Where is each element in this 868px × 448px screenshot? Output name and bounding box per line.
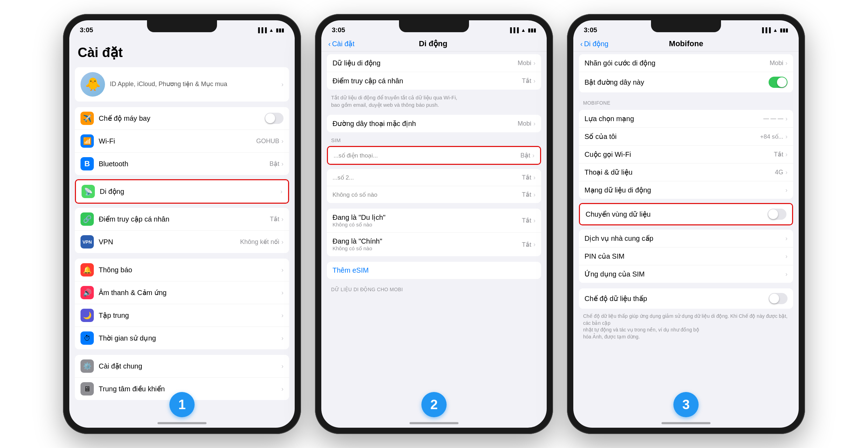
nav-title-3: Mobifone	[608, 39, 764, 48]
enable-line-toggle[interactable]	[769, 77, 788, 88]
add-esim-item[interactable]: Thêm eSIM	[327, 262, 541, 279]
wifi-value: GOHUB	[256, 138, 279, 145]
chinh-item[interactable]: Đang là "Chính" Không có số nào Tắt ›	[327, 233, 541, 256]
di-dong-group-wrapper: 📡 Di động ›	[75, 179, 289, 204]
notifications-item[interactable]: 🔔 Thông báo ›	[75, 259, 289, 281]
focus-item[interactable]: 🌙 Tập trung ›	[75, 304, 289, 327]
airplane-toggle[interactable]	[265, 113, 284, 124]
chinh-info: Đang là "Chính" Không có số nào	[332, 237, 522, 252]
general-icon: ⚙️	[80, 359, 94, 373]
hotspot-item[interactable]: 🔗 Điểm truy cập cá nhân Tắt ›	[75, 208, 289, 231]
home-indicator-1	[158, 422, 206, 424]
wifi-calling-item[interactable]: Cuộc gọi Wi-Fi Tắt ›	[579, 146, 793, 163]
voice-data-item[interactable]: Thoại & dữ liệu 4G ›	[579, 163, 793, 181]
sim-number-label: ...số điện thoại...	[334, 152, 520, 159]
sim-batt-chevron: ›	[532, 152, 534, 159]
profile-emoji: 🐥	[85, 77, 101, 92]
mobile-data-label: Dữ liệu di động	[332, 59, 518, 67]
network-select-item[interactable]: Lựa chọn mạng — — — ›	[579, 110, 793, 128]
vpn-item[interactable]: VPN VPN Không kết nối ›	[75, 231, 289, 253]
general-label: Cài đặt chung	[99, 362, 281, 370]
home-indicator-2	[410, 422, 458, 424]
mobile-network-item[interactable]: Mạng dữ liệu di động ›	[579, 181, 793, 199]
hotspot-item-2[interactable]: Điểm truy cập cá nhân Tắt ›	[327, 72, 541, 90]
control-center-label: Trung tâm điều khiển	[99, 385, 281, 393]
profile-info: ID Apple, iCloud, Phương tiện & Mục mua	[110, 80, 281, 89]
step-badge-2: 2	[421, 392, 447, 417]
sim-item-2[interactable]: ...số 2... Tắt ›	[327, 169, 541, 186]
sounds-item[interactable]: 🔊 Âm thanh & Cảm ứng ›	[75, 281, 289, 304]
di-dong-highlight: 📡 Di động ›	[75, 179, 289, 204]
add-esim-label: Thêm eSIM	[332, 266, 369, 274]
package-chevron: ›	[785, 59, 788, 67]
package-label: Nhãn gói cước di động	[584, 59, 770, 67]
dulich-sub: Không có số nào	[332, 222, 522, 228]
wifi-icon: ▲	[269, 27, 274, 33]
profile-text: ID Apple, iCloud, Phương tiện & Mục mua	[110, 80, 281, 89]
enable-line-item[interactable]: Bật đường dây này	[579, 72, 793, 92]
wifi-item[interactable]: 📶 Wi-Fi GOHUB ›	[75, 130, 289, 153]
sounds-chevron: ›	[281, 289, 284, 296]
di-dong-icon: 📡	[82, 185, 95, 198]
dulich-chinh-group: Đang là "Du lịch" Không có số nào Tắt › …	[327, 209, 541, 256]
default-line-item[interactable]: Đường dây thoại mặc định Mobi ›	[327, 115, 541, 132]
roaming-toggle[interactable]	[768, 209, 786, 220]
phone-1-screen: 3:05 ▐▐▐ ▲ ▮▮▮ Cài đặt 🐥 ID Apple, iClou…	[69, 20, 295, 428]
my-number-item[interactable]: Số của tôi +84 số... ›	[579, 128, 793, 146]
sim-chevron-2: ›	[533, 174, 536, 181]
notifications-label: Thông báo	[99, 266, 281, 274]
package-label-item[interactable]: Nhãn gói cước di động Mobi ›	[579, 54, 793, 72]
vpn-value: Không kết nối	[240, 238, 279, 246]
profile-chevron: ›	[281, 81, 284, 88]
battery-icon-3: ▮▮▮	[780, 27, 788, 33]
dulich-item[interactable]: Đang là "Du lịch" Không có số nào Tắt ›	[327, 209, 541, 233]
sim-apps-item[interactable]: Ứng dụng của SIM ›	[579, 265, 793, 283]
back-button-3[interactable]: ‹ Di động	[580, 40, 608, 48]
low-data-toggle[interactable]	[769, 293, 788, 304]
wifi-icon-2: ▲	[521, 27, 526, 33]
settings-title: Cài đặt	[69, 38, 295, 64]
status-time-2: 3:05	[332, 26, 345, 34]
roaming-item[interactable]: Chuyển vùng dữ liệu	[580, 204, 792, 224]
provider-services-item[interactable]: Dịch vụ nhà cung cấp ›	[579, 230, 793, 247]
sim-batt-item[interactable]: ...số điện thoại... Bật ›	[328, 147, 540, 164]
chinh-value: Tắt	[522, 241, 531, 248]
mobi-bottom-group: Dịch vụ nhà cung cấp › PIN của SIM › Ứng…	[579, 230, 793, 283]
mobile-data-item[interactable]: Dữ liệu di động Mobi ›	[327, 54, 541, 72]
roaming-label: Chuyển vùng dữ liệu	[586, 210, 768, 218]
dulich-value: Tắt	[522, 217, 531, 224]
nav-bar-2: ‹ Cài đặt Di động	[321, 38, 547, 51]
mobile-data-chevron: ›	[533, 59, 536, 67]
provider-services-label: Dịch vụ nhà cung cấp	[584, 234, 785, 243]
screen-time-label: Thời gian sử dụng	[99, 334, 281, 342]
focus-icon: 🌙	[80, 309, 94, 322]
signal-icon: ▐▐▐	[256, 27, 267, 33]
di-dong-item[interactable]: 📡 Di động ›	[76, 180, 288, 203]
wifi-chevron: ›	[281, 138, 284, 145]
notch-1	[147, 20, 217, 32]
bluetooth-item[interactable]: B Bluetooth Bật ›	[75, 153, 289, 175]
sim-label: SIM	[321, 135, 547, 145]
chinh-label: Đang là "Chính"	[332, 237, 522, 245]
mobile-network-label: Mạng dữ liệu di động	[584, 186, 785, 194]
airplane-label: Chế độ máy bay	[99, 114, 265, 122]
sim-item-3[interactable]: Không có số nào Tắt ›	[327, 186, 541, 203]
battery-icon-2: ▮▮▮	[528, 27, 536, 33]
low-data-item[interactable]: Chế độ dữ liệu thấp	[579, 288, 793, 309]
profile-row[interactable]: 🐥 ID Apple, iCloud, Phương tiện & Mục mu…	[75, 67, 289, 102]
sim-pin-item[interactable]: PIN của SIM ›	[579, 247, 793, 265]
wifi-calling-label: Cuộc gọi Wi-Fi	[584, 150, 774, 159]
chinh-sub: Không có số nào	[332, 245, 522, 252]
airplane-mode-item[interactable]: ✈️ Chế độ máy bay	[75, 107, 289, 130]
back-label-2: Cài đặt	[332, 40, 355, 48]
sim-apps-label: Ứng dụng của SIM	[584, 270, 785, 278]
back-button-2[interactable]: ‹ Cài đặt	[328, 40, 355, 48]
bluetooth-label: Bluetooth	[99, 160, 270, 168]
vpn-chevron: ›	[281, 238, 284, 246]
screen-time-item[interactable]: ⏱ Thời gian sử dụng ›	[75, 327, 289, 349]
network-select-label: Lựa chọn mạng	[584, 114, 763, 123]
esim-group: Thêm eSIM	[327, 262, 541, 279]
low-data-group: Chế độ dữ liệu thấp	[579, 288, 793, 309]
network-select-chevron: ›	[785, 115, 788, 122]
general-item[interactable]: ⚙️ Cài đặt chung ›	[75, 355, 289, 378]
